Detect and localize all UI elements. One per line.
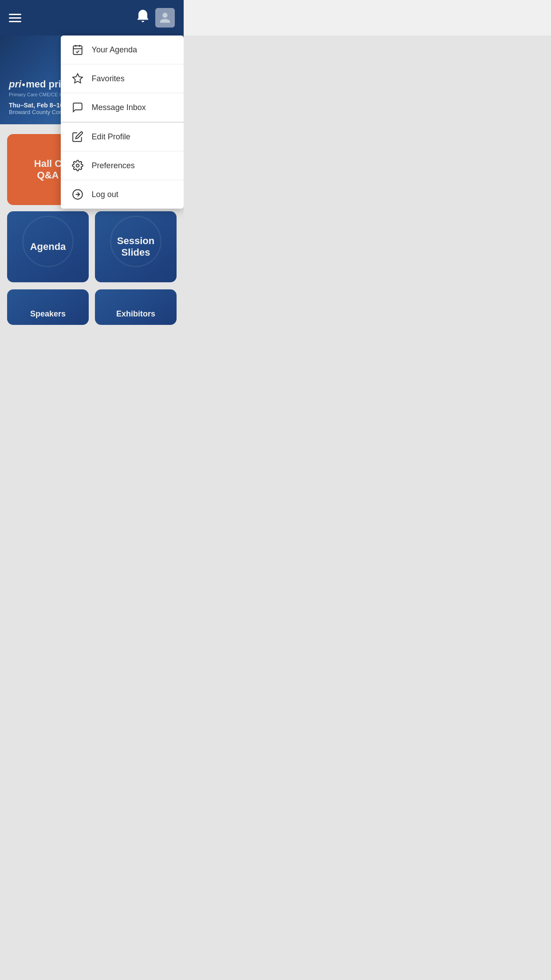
svg-point-5 — [76, 164, 79, 167]
tile-speakers[interactable]: Speakers — [7, 289, 89, 325]
partial-tiles: Speakers Exhibitors — [0, 289, 184, 325]
svg-marker-4 — [73, 74, 83, 83]
tile-session-slides[interactable]: SessionSlides — [95, 211, 177, 282]
favorites-label: Favorites — [92, 74, 125, 83]
tile-agenda-label: Agenda — [27, 237, 70, 256]
dropdown-item-logout[interactable]: Log out — [61, 180, 184, 209]
tile-speakers-label: Speakers — [30, 309, 66, 319]
logout-icon — [71, 188, 84, 201]
header-right-actions — [137, 8, 175, 28]
your-agenda-label: Your Agenda — [92, 45, 137, 55]
dropdown-item-edit-profile[interactable]: Edit Profile — [61, 122, 184, 151]
tile-hall-c-qa-label: Hall CQ&A — [31, 154, 65, 185]
tile-exhibitors[interactable]: Exhibitors — [95, 289, 177, 325]
notification-bell-icon[interactable] — [137, 10, 149, 26]
dropdown-menu: Your Agenda Favorites Message Inbox Edit… — [61, 36, 184, 209]
message-inbox-label: Message Inbox — [92, 103, 146, 112]
avatar-button[interactable] — [155, 8, 175, 28]
svg-rect-0 — [73, 46, 82, 55]
tile-agenda[interactable]: Agenda — [7, 211, 89, 282]
edit-profile-label: Edit Profile — [92, 132, 130, 142]
logout-label: Log out — [92, 190, 118, 199]
preferences-label: Preferences — [92, 161, 135, 170]
calendar-check-icon — [71, 43, 84, 56]
dropdown-item-preferences[interactable]: Preferences — [61, 151, 184, 180]
tile-exhibitors-label: Exhibitors — [116, 309, 155, 319]
menu-button[interactable] — [9, 14, 21, 22]
gear-icon — [71, 159, 84, 172]
dropdown-item-favorites[interactable]: Favorites — [61, 64, 184, 93]
star-icon — [71, 72, 84, 85]
edit-icon — [71, 130, 84, 143]
dropdown-item-message-inbox[interactable]: Message Inbox — [61, 93, 184, 122]
app-header — [0, 0, 184, 36]
dropdown-item-your-agenda[interactable]: Your Agenda — [61, 36, 184, 64]
tile-session-slides-label: SessionSlides — [114, 232, 158, 262]
message-icon — [71, 101, 84, 114]
